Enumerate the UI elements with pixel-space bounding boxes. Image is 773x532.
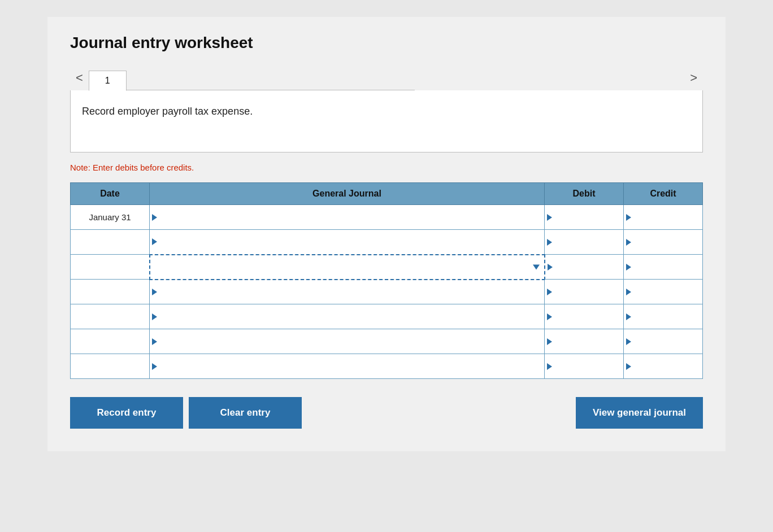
debit-input[interactable] (545, 304, 623, 329)
table-header-row: Date General Journal Debit Credit (71, 183, 703, 205)
credit-cell[interactable] (624, 205, 703, 230)
date-cell (71, 304, 150, 329)
header-date: Date (71, 183, 150, 205)
clear-entry-button[interactable]: Clear entry (189, 397, 302, 429)
tab-1[interactable]: 1 (89, 71, 127, 91)
description-text: Record employer payroll tax expense. (82, 106, 253, 117)
debit-arrow-icon (548, 264, 553, 271)
date-cell: January 31 (71, 205, 150, 230)
header-debit: Debit (545, 183, 624, 205)
debit-input[interactable] (545, 230, 623, 254)
cell-arrow-icon (152, 363, 157, 370)
header-credit: Credit (624, 183, 703, 205)
cell-arrow-icon (152, 289, 157, 295)
debit-arrow-icon (547, 214, 552, 221)
general-journal-input[interactable] (150, 205, 544, 229)
general-journal-cell[interactable] (150, 280, 545, 304)
credit-input[interactable] (624, 304, 702, 329)
debit-input[interactable] (545, 205, 623, 229)
date-cell (71, 230, 150, 255)
general-journal-input[interactable] (150, 329, 544, 354)
table-row (71, 354, 703, 379)
general-journal-input[interactable] (150, 280, 544, 304)
page-title: Journal entry worksheet (70, 34, 703, 52)
journal-table: Date General Journal Debit Credit Januar… (70, 182, 703, 379)
debit-arrow-icon (547, 363, 552, 370)
record-entry-button[interactable]: Record entry (70, 397, 183, 429)
debit-cell[interactable] (545, 230, 624, 255)
date-cell (71, 280, 150, 304)
credit-input[interactable] (624, 354, 702, 378)
credit-arrow-icon (626, 338, 631, 345)
general-journal-input[interactable] (150, 354, 544, 378)
debit-cell[interactable] (545, 354, 624, 379)
credit-arrow-icon (626, 239, 631, 246)
debit-cell[interactable] (545, 255, 624, 280)
debit-cell[interactable] (545, 280, 624, 304)
table-row (71, 280, 703, 304)
cell-arrow-icon (152, 238, 157, 245)
table-row (71, 230, 703, 255)
debit-arrow-icon (547, 239, 552, 246)
debit-input[interactable] (545, 329, 623, 354)
credit-cell[interactable] (624, 230, 703, 255)
credit-input[interactable] (624, 329, 702, 354)
table-row (71, 329, 703, 354)
credit-cell[interactable] (624, 304, 703, 329)
debit-input[interactable] (545, 255, 624, 279)
tab-inactive-area (127, 90, 415, 90)
cell-arrow-icon (152, 338, 157, 345)
date-cell (71, 354, 150, 379)
view-general-journal-button[interactable]: View general journal (576, 397, 703, 429)
credit-arrow-icon (626, 214, 631, 221)
main-container: Journal entry worksheet < 1 > Record emp… (47, 17, 726, 451)
debit-input[interactable] (545, 280, 623, 304)
credit-cell[interactable] (624, 329, 703, 354)
debit-input[interactable] (545, 354, 623, 378)
general-journal-cell[interactable] (150, 230, 545, 255)
debit-arrow-icon (547, 338, 552, 345)
general-journal-cell[interactable] (150, 255, 545, 280)
general-journal-cell[interactable] (150, 304, 545, 329)
debit-arrow-icon (547, 289, 552, 295)
prev-tab-arrow[interactable]: < (70, 66, 89, 90)
date-cell (71, 255, 150, 280)
table-row: January 31 (71, 205, 703, 230)
dropdown-arrow-icon[interactable] (533, 264, 540, 269)
header-general-journal: General Journal (150, 183, 545, 205)
debit-cell[interactable] (545, 205, 624, 230)
table-row (71, 304, 703, 329)
note-text: Note: Enter debits before credits. (70, 163, 703, 172)
general-journal-input[interactable] (150, 304, 544, 329)
description-box: Record employer payroll tax expense. (70, 90, 703, 152)
debit-arrow-icon (547, 313, 552, 320)
button-row: Record entry Clear entry View general jo… (70, 397, 703, 429)
general-journal-input[interactable] (150, 230, 544, 254)
credit-input[interactable] (624, 205, 702, 229)
journal-tbody: January 31 (71, 205, 703, 379)
credit-input[interactable] (624, 280, 702, 304)
general-journal-cell[interactable] (150, 354, 545, 379)
credit-cell[interactable] (624, 354, 703, 379)
credit-arrow-icon (626, 289, 631, 295)
credit-input[interactable] (624, 255, 702, 279)
credit-arrow-icon (626, 363, 631, 370)
general-journal-cell[interactable] (150, 329, 545, 354)
next-tab-arrow[interactable]: > (684, 66, 703, 90)
debit-cell[interactable] (545, 304, 624, 329)
general-journal-input[interactable] (150, 255, 544, 279)
credit-input[interactable] (624, 230, 702, 254)
credit-arrow-icon (626, 264, 631, 271)
credit-cell[interactable] (624, 280, 703, 304)
cell-arrow-icon (152, 313, 157, 320)
tab-navigation: < 1 > (70, 66, 703, 90)
debit-cell[interactable] (545, 329, 624, 354)
credit-cell[interactable] (624, 255, 703, 280)
general-journal-cell[interactable] (150, 205, 545, 230)
credit-arrow-icon (626, 313, 631, 320)
cell-arrow-icon (152, 214, 157, 221)
date-cell (71, 329, 150, 354)
table-row (71, 255, 703, 280)
